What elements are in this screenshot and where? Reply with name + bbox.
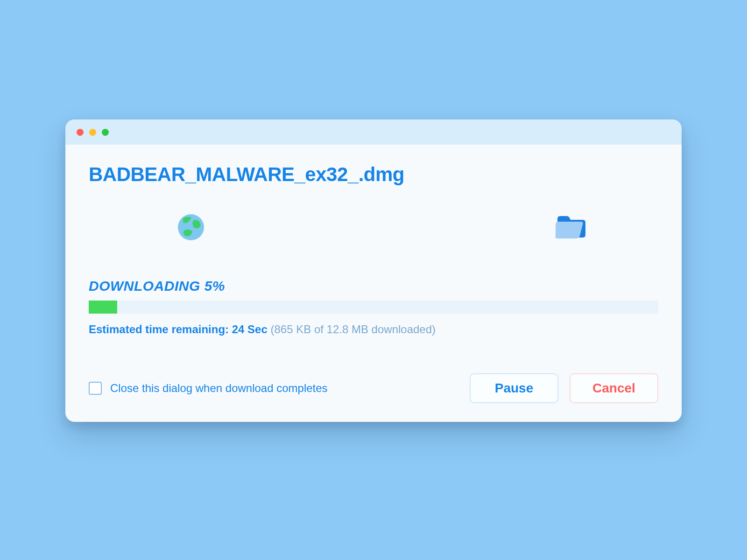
dialog-footer: Close this dialog when download complete… — [89, 373, 658, 403]
estimate-bytes: (865 KB of 12.8 MB downloaded) — [271, 323, 436, 336]
transfer-illustration — [89, 214, 658, 241]
dialog-content: BADBEAR_MALWARE_ex32_.dmg DOWNLOADING — [65, 145, 682, 422]
action-buttons: Pause Cancel — [470, 373, 658, 403]
status-prefix: DOWNLOADING — [89, 278, 200, 294]
window-controls — [77, 129, 109, 136]
folder-icon — [555, 214, 588, 240]
download-status: DOWNLOADING 5% — [89, 278, 658, 294]
close-window-button[interactable] — [77, 129, 84, 136]
minimize-window-button[interactable] — [89, 129, 96, 136]
cancel-button[interactable]: Cancel — [570, 373, 658, 403]
pause-button[interactable]: Pause — [470, 373, 558, 403]
globe-icon — [177, 214, 204, 241]
titlebar — [65, 119, 682, 145]
status-percent: 5% — [204, 278, 225, 294]
progress-bar — [89, 301, 658, 314]
estimate-line: Estimated time remaining: 24 Sec (865 KB… — [89, 323, 658, 336]
close-on-complete-checkbox[interactable] — [89, 382, 102, 395]
close-on-complete-option: Close this dialog when download complete… — [89, 382, 328, 395]
maximize-window-button[interactable] — [102, 129, 109, 136]
file-name: BADBEAR_MALWARE_ex32_.dmg — [89, 163, 658, 186]
close-on-complete-label: Close this dialog when download complete… — [110, 382, 328, 395]
progress-fill — [89, 301, 117, 314]
estimate-prefix: Estimated time remaining: — [89, 323, 229, 336]
estimate-time: 24 Sec — [232, 323, 268, 336]
download-dialog: BADBEAR_MALWARE_ex32_.dmg DOWNLOADING — [65, 119, 682, 422]
